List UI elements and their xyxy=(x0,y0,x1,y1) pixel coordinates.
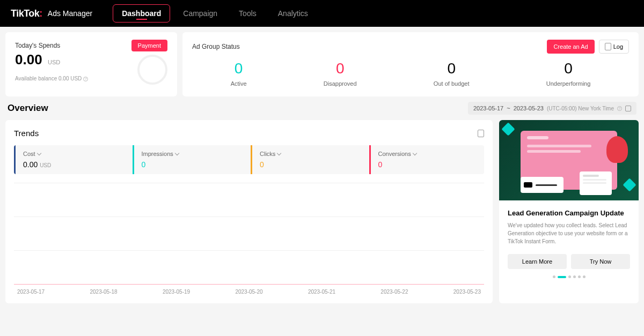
payment-button[interactable]: Payment xyxy=(131,40,167,51)
spends-title: Today's Spends xyxy=(15,42,60,49)
status-item[interactable]: 0Out of budget xyxy=(434,60,470,87)
date-range-picker[interactable]: 2023-05-17 ~ 2023-05-23 (UTC-05:00) New … xyxy=(468,102,636,115)
spend-amount: 0.00 xyxy=(15,51,42,68)
calendar-icon xyxy=(625,106,631,111)
spends-card: Today's Spends Payment 0.00 USD Availabl… xyxy=(5,32,177,96)
metric-conv[interactable]: Conversions 0 xyxy=(369,145,485,174)
chevron-down-icon xyxy=(412,151,416,155)
promo-card: Lead Generation Campaign Update We've up… xyxy=(499,120,639,303)
metric-clicks[interactable]: Clicks 0 xyxy=(251,145,366,174)
brand-logo: TikTok: xyxy=(11,8,42,19)
status-value: 0 xyxy=(324,60,357,77)
log-button[interactable]: Log xyxy=(599,40,629,54)
spend-currency: USD xyxy=(48,59,60,65)
status-label: Active xyxy=(231,80,247,87)
nav-campaign[interactable]: Campaign xyxy=(174,5,226,22)
status-label: Underperforming xyxy=(546,80,591,87)
export-icon[interactable] xyxy=(478,130,484,137)
x-tick: 2023-05-22 xyxy=(380,289,408,295)
brand-subtitle: Ads Manager xyxy=(48,9,92,18)
status-value: 0 xyxy=(434,60,470,77)
x-tick: 2023-05-23 xyxy=(453,289,481,295)
metric-value: 0 xyxy=(378,160,477,169)
ad-group-title: Ad Group Status xyxy=(192,43,240,50)
x-tick: 2023-05-21 xyxy=(308,289,335,295)
status-item[interactable]: 0Active xyxy=(231,60,247,87)
status-label: Out of budget xyxy=(434,80,470,87)
spend-donut-chart xyxy=(137,55,167,85)
promo-pagination[interactable] xyxy=(499,275,639,283)
status-value: 0 xyxy=(546,60,591,77)
trends-chart xyxy=(14,183,484,285)
overview-title: Overview xyxy=(8,103,48,114)
help-icon[interactable]: ? xyxy=(83,77,88,81)
metric-value: 0 xyxy=(142,160,240,169)
nav-dashboard[interactable]: Dashboard xyxy=(113,4,170,23)
top-nav: TikTok: Ads Manager Dashboard Campaign T… xyxy=(0,0,644,27)
learn-more-button[interactable]: Learn More xyxy=(508,254,567,269)
x-tick: 2023-05-18 xyxy=(90,289,117,295)
status-value: 0 xyxy=(231,60,247,77)
ad-group-status-card: Ad Group Status Create an Ad Log 0Active… xyxy=(182,32,639,96)
help-icon: ? xyxy=(617,106,622,111)
status-label: Disapproved xyxy=(324,80,357,87)
nav-tools[interactable]: Tools xyxy=(230,5,265,22)
metric-label: Cost xyxy=(23,151,122,157)
log-icon xyxy=(605,43,611,50)
metric-label: Conversions xyxy=(378,151,477,157)
create-ad-button[interactable]: Create an Ad xyxy=(547,40,594,54)
promo-text: We've updated how you collect leads. Sel… xyxy=(508,221,630,245)
promo-illustration xyxy=(499,120,639,200)
metric-value: 0 xyxy=(260,160,358,169)
metric-value: 0.00 USD xyxy=(23,160,122,169)
chevron-down-icon xyxy=(277,151,281,155)
try-now-button[interactable]: Try Now xyxy=(571,254,630,269)
metric-impr[interactable]: Impressions 0 xyxy=(133,145,248,174)
nav-analytics[interactable]: Analytics xyxy=(269,5,317,22)
chevron-down-icon xyxy=(36,151,41,155)
x-tick: 2023-05-19 xyxy=(163,289,190,295)
trends-card: Trends Cost 0.00 USDImpressions 0Clicks … xyxy=(5,120,493,303)
x-tick: 2023-05-20 xyxy=(235,289,262,295)
promo-title: Lead Generation Campaign Update xyxy=(508,209,630,217)
metric-label: Clicks xyxy=(260,151,358,157)
x-tick: 2023-05-17 xyxy=(17,289,45,295)
trends-title: Trends xyxy=(14,129,39,138)
status-item[interactable]: 0Underperforming xyxy=(546,60,591,87)
chevron-down-icon xyxy=(175,151,179,155)
metric-cost[interactable]: Cost 0.00 USD xyxy=(14,145,129,174)
status-item[interactable]: 0Disapproved xyxy=(324,60,357,87)
metric-label: Impressions xyxy=(142,151,240,157)
